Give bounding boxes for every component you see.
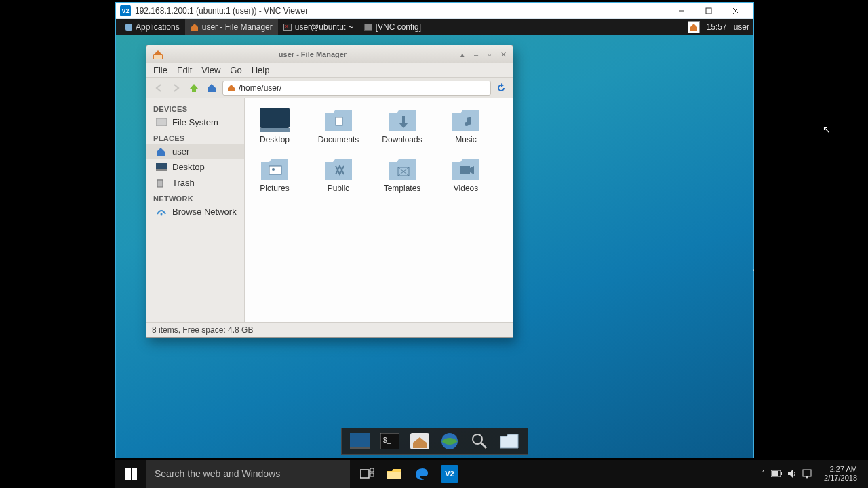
panel-clock: 15:57	[707, 22, 727, 32]
drive-icon	[156, 118, 167, 127]
folder-public[interactable]: Public	[315, 157, 361, 193]
folder-documents[interactable]: Documents	[315, 108, 361, 144]
home-icon	[152, 49, 164, 60]
file-manager-statusbar: 8 items, Free space: 4.8 GB	[146, 322, 513, 337]
home-button[interactable]	[205, 81, 218, 95]
sidebar-item-user[interactable]: user	[146, 144, 244, 159]
show-desktop-button[interactable]	[688, 21, 700, 33]
folder-icon	[260, 108, 290, 132]
tray-chevron-icon[interactable]: ˄	[762, 470, 766, 479]
folder-music[interactable]: Music	[443, 108, 489, 144]
vnc-window-title: 192.168.1.200:1 (ubuntu:1 (user)) - VNC …	[135, 6, 668, 16]
system-tray[interactable]: ˄	[762, 469, 812, 479]
svg-rect-27	[370, 473, 374, 476]
menu-edit[interactable]: Edit	[177, 65, 192, 75]
svg-point-23	[473, 434, 482, 444]
svg-rect-25	[360, 470, 369, 478]
vnc-logo-icon: V2	[120, 5, 131, 16]
menu-view[interactable]: View	[201, 65, 220, 75]
taskbar-item-filemanager[interactable]: user - File Manager	[185, 19, 278, 35]
notifications-icon[interactable]	[802, 469, 812, 479]
dock-web-browser[interactable]	[438, 430, 461, 452]
file-manager-content[interactable]: DesktopDocumentsDownloadsMusicPicturesPu…	[245, 98, 513, 322]
svg-rect-9	[157, 179, 163, 180]
refresh-button[interactable]	[495, 82, 507, 94]
taskbar-item-label: user@ubuntu: ~	[295, 22, 353, 32]
sidebar-item-label: Browse Network	[172, 207, 237, 217]
folder-videos[interactable]: Videos	[443, 157, 489, 193]
clock-date: 2/17/2018	[824, 474, 857, 483]
panel-user[interactable]: user	[734, 22, 749, 32]
taskbar-item-vncconfig[interactable]: [VNC config]	[359, 19, 427, 35]
svg-rect-30	[781, 472, 782, 475]
remote-desktop[interactable]: Applications user - File Manager user@ub…	[116, 19, 753, 458]
taskbar-clock[interactable]: 2:27 AM 2/17/2018	[818, 465, 863, 482]
address-bar[interactable]: /home/user/	[222, 81, 491, 96]
home-icon	[227, 84, 235, 92]
resize-arrow-icon: ←	[751, 266, 759, 274]
svg-rect-16	[460, 166, 470, 174]
svg-line-24	[481, 443, 486, 448]
sidebar-item-trash[interactable]: Trash	[146, 175, 244, 190]
dock-terminal[interactable]: $_	[378, 430, 401, 452]
dock-app-finder[interactable]	[468, 430, 491, 452]
maximize-button[interactable]: ▫	[486, 50, 494, 59]
dock-file-manager[interactable]	[408, 430, 431, 452]
menu-file[interactable]: File	[153, 65, 167, 75]
folder-label: Public	[328, 184, 350, 193]
folder-templates[interactable]: Templates	[379, 157, 425, 193]
minimize-button[interactable]	[668, 3, 695, 18]
menu-go[interactable]: Go	[230, 65, 241, 75]
sidebar-heading-places: PLACES	[146, 130, 244, 144]
taskbar-item-label: [VNC config]	[376, 22, 421, 32]
address-path: /home/user/	[239, 83, 281, 93]
close-button[interactable]	[722, 3, 749, 18]
sidebar-item-label: File System	[172, 117, 218, 127]
vnc-viewer-window: V2 192.168.1.200:1 (ubuntu:1 (user)) - V…	[115, 2, 754, 458]
file-manager-sidebar: DEVICES File System PLACES user Desktop	[146, 98, 245, 322]
file-manager-titlebar[interactable]: user - File Manager ▴ – ▫ ✕	[146, 45, 513, 63]
sidebar-heading-devices: DEVICES	[146, 101, 244, 115]
search-box[interactable]: Search the web and Windows	[146, 460, 350, 488]
keep-above-button[interactable]: ▴	[458, 50, 467, 59]
sidebar-item-label: Trash	[172, 178, 195, 188]
folder-icon	[260, 157, 290, 181]
forward-button[interactable]	[170, 81, 183, 95]
sidebar-item-label: Desktop	[172, 162, 205, 172]
vnc-titlebar[interactable]: V2 192.168.1.200:1 (ubuntu:1 (user)) - V…	[116, 3, 753, 19]
taskbar-item-terminal[interactable]: user@ubuntu: ~	[278, 19, 359, 35]
back-button[interactable]	[152, 81, 165, 95]
sidebar-item-browse-network[interactable]: Browse Network	[146, 204, 244, 220]
battery-icon[interactable]	[771, 470, 782, 477]
xfce-dock: $_	[341, 428, 528, 455]
folder-label: Desktop	[260, 135, 290, 144]
applications-label: Applications	[136, 22, 180, 32]
dock-directory[interactable]	[498, 430, 521, 452]
task-view-button[interactable]	[359, 466, 374, 481]
folder-pictures[interactable]: Pictures	[252, 157, 298, 193]
folder-downloads[interactable]: Downloads	[379, 108, 425, 144]
file-manager-title: user - File Manager	[167, 50, 458, 58]
folder-label: Templates	[384, 184, 421, 193]
dock-show-desktop[interactable]	[349, 430, 372, 452]
start-button[interactable]	[115, 460, 146, 488]
folder-icon	[451, 157, 481, 181]
close-button[interactable]: ✕	[499, 50, 507, 59]
folder-desktop[interactable]: Desktop	[252, 108, 298, 144]
minimize-button[interactable]: –	[472, 50, 480, 59]
file-explorer-button[interactable]	[387, 466, 401, 481]
volume-icon[interactable]	[787, 469, 797, 479]
file-manager-menubar: File Edit View Go Help	[146, 63, 513, 78]
folder-label: Documents	[318, 135, 359, 144]
sidebar-item-desktop[interactable]: Desktop	[146, 159, 244, 175]
trash-icon	[156, 178, 167, 188]
svg-rect-14	[269, 166, 281, 174]
maximize-button[interactable]	[695, 3, 722, 18]
edge-browser-button[interactable]	[414, 466, 429, 481]
menu-help[interactable]: Help	[252, 65, 270, 75]
up-button[interactable]	[187, 81, 201, 95]
sidebar-item-filesystem[interactable]: File System	[146, 115, 244, 130]
terminal-icon	[283, 24, 292, 30]
vnc-viewer-button[interactable]: V2	[441, 465, 458, 483]
applications-menu[interactable]: Applications	[120, 19, 185, 35]
